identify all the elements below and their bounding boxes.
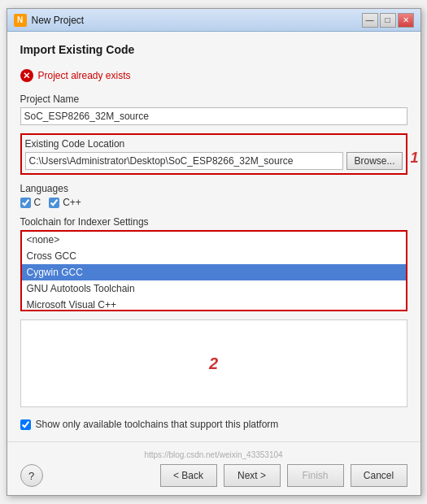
section-title: Import Existing Code	[20, 43, 407, 56]
maximize-button[interactable]: □	[380, 13, 396, 28]
button-row: < Back Next > Finish Cancel	[160, 464, 407, 487]
show-available-checkbox[interactable]	[20, 419, 31, 430]
error-row: ✕ Project already exists	[20, 69, 407, 82]
cpp-checkbox-item: C++	[49, 197, 81, 208]
error-icon: ✕	[20, 69, 33, 82]
toolchain-cygwin-gcc[interactable]: Cygwin GCC	[22, 264, 406, 280]
next-button[interactable]: Next >	[224, 464, 281, 487]
languages-group: Languages C C++	[20, 183, 407, 208]
main-window: N New Project — □ ✕ Import Existing Code…	[7, 8, 421, 496]
number-1-label: 1	[410, 150, 418, 167]
footer: https://blog.csdn.net/weixin_43353104 ? …	[7, 441, 420, 495]
project-name-label: Project Name	[20, 93, 407, 105]
cancel-button[interactable]: Cancel	[351, 464, 407, 487]
code-location-highlight: Existing Code Location Browse...	[20, 133, 407, 175]
project-name-input[interactable]	[20, 107, 407, 125]
titlebar-controls: — □ ✕	[362, 13, 414, 28]
toolchain-msvc[interactable]: Microsoft Visual C++	[22, 297, 406, 311]
watermark: https://blog.csdn.net/weixin_43353104	[20, 450, 407, 459]
toolchain-cross-gcc[interactable]: Cross GCC	[22, 248, 406, 264]
toolchain-box[interactable]: <none> Cross GCC Cygwin GCC GNU Autotool…	[20, 230, 407, 311]
show-available-row: Show only available toolchains that supp…	[20, 419, 407, 430]
toolchain-gnu-autotools[interactable]: GNU Autotools Toolchain	[22, 280, 406, 297]
main-content: Import Existing Code ✕ Project already e…	[7, 32, 420, 441]
code-location-label: Existing Code Location	[25, 138, 403, 150]
close-button[interactable]: ✕	[398, 13, 414, 28]
toolchain-none[interactable]: <none>	[22, 232, 406, 248]
window-title: New Project	[32, 15, 85, 26]
footer-bottom: ? < Back Next > Finish Cancel	[20, 464, 407, 487]
languages-label: Languages	[20, 183, 407, 194]
cpp-checkbox[interactable]	[49, 198, 59, 208]
empty-area: 2	[20, 319, 407, 407]
code-location-input[interactable]	[25, 152, 344, 170]
c-label: C	[34, 197, 41, 208]
minimize-button[interactable]: —	[362, 13, 378, 28]
c-checkbox[interactable]	[20, 198, 31, 208]
browse-button[interactable]: Browse...	[346, 152, 402, 170]
titlebar-left: N New Project	[14, 14, 85, 27]
code-location-wrapper: Existing Code Location Browse... 1	[20, 133, 407, 175]
toolchain-section: Toolchain for Indexer Settings <none> Cr…	[20, 216, 407, 311]
show-available-label: Show only available toolchains that supp…	[36, 419, 279, 430]
project-name-group: Project Name	[20, 93, 407, 125]
error-message: Project already exists	[38, 70, 131, 81]
window-icon: N	[14, 14, 27, 27]
back-button[interactable]: < Back	[160, 464, 217, 487]
finish-button[interactable]: Finish	[287, 464, 344, 487]
titlebar: N New Project — □ ✕	[7, 9, 420, 32]
c-checkbox-item: C	[20, 197, 41, 208]
cpp-label: C++	[63, 197, 81, 208]
languages-row: C C++	[20, 197, 407, 208]
number-2-label: 2	[209, 354, 218, 373]
location-row: Browse...	[25, 152, 403, 170]
toolchain-label: Toolchain for Indexer Settings	[20, 216, 407, 228]
code-location-group: Existing Code Location Browse...	[25, 138, 403, 170]
help-button[interactable]: ?	[20, 464, 43, 487]
